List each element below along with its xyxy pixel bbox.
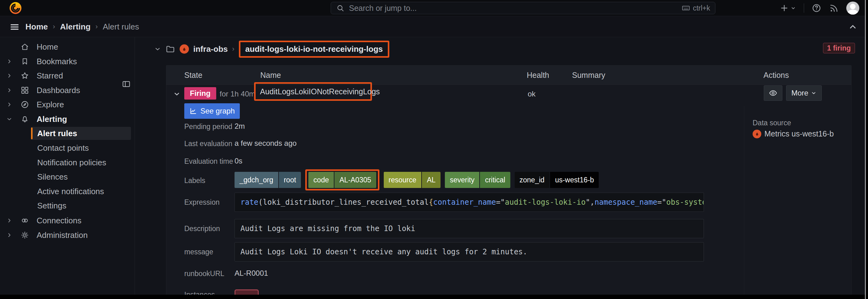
sidebar-item-label: Alerting (37, 114, 67, 124)
window-right-edge (865, 0, 866, 299)
user-avatar[interactable] (846, 2, 859, 14)
search-icon (336, 4, 345, 12)
sidebar-item-alerting[interactable]: Alerting (0, 112, 135, 126)
sidebar-item-dashboards[interactable]: Dashboards (0, 84, 135, 97)
prometheus-icon (753, 130, 761, 138)
sidebar-item-alert-rules[interactable]: Alert rules (0, 127, 135, 140)
main-content: infra-obs audit-logs-loki-io-not-receivi… (135, 37, 868, 299)
column-header-name: Name (260, 65, 281, 85)
sidebar-item-active-notifications[interactable]: Active notifications (0, 185, 135, 198)
breadcrumb-alert-rules: Alert rules (103, 22, 139, 32)
news-icon[interactable] (829, 3, 839, 13)
chevron-right-icon[interactable] (6, 87, 14, 93)
link-icon (21, 216, 30, 225)
sidebar-item-starred[interactable]: Starred (0, 69, 135, 82)
bookmark-icon (21, 57, 30, 66)
firing-duration: for 1h 40m (220, 90, 255, 98)
sidebar-item-label: Silences (37, 172, 68, 182)
datasource-title: Data source (753, 119, 791, 127)
sidebar-item-administration[interactable]: Administration (0, 229, 135, 242)
sidebar-item-home[interactable]: Home (0, 40, 135, 53)
shortcut-hint: ctrl+k (682, 4, 710, 12)
more-button[interactable]: More (786, 85, 822, 101)
window-bottom-edge (0, 295, 868, 299)
sidebar-item-label: Starred (37, 71, 63, 81)
sidebar-item-label: Contact points (37, 143, 89, 153)
row-expand-chevron-icon[interactable] (173, 90, 181, 98)
chevron-down-icon[interactable] (154, 45, 161, 53)
column-header-health: Health (527, 65, 549, 85)
star-icon (21, 71, 30, 80)
column-header-summary: Summary (572, 65, 605, 85)
breadcrumb-home[interactable]: Home (25, 22, 48, 32)
new-button[interactable] (780, 3, 796, 13)
label-badge-severity: severitycritical (445, 172, 510, 188)
chevron-up-icon[interactable] (848, 22, 858, 32)
annotation-box-code-label: codeAL-A0305 (305, 169, 379, 191)
pending-period-value: 2m (235, 122, 245, 131)
sidebar-item-label: Active notifications (37, 187, 104, 196)
breadcrumb-separator (53, 23, 55, 31)
chart-line-icon (189, 107, 197, 115)
sidebar-item-label: Bookmarks (37, 57, 77, 66)
see-graph-label: See graph (200, 107, 235, 115)
topbar-divider (804, 3, 804, 13)
breadcrumb-alerting[interactable]: Alerting (60, 22, 91, 32)
label-badge-resource: resourceAL (384, 172, 441, 188)
search-input[interactable] (348, 3, 678, 13)
runbook-value: AL-R0001 (235, 269, 268, 277)
sidebar-item-label: Administration (37, 230, 88, 240)
sidebar-item-silences[interactable]: Silences (0, 170, 135, 183)
description-title: Description (184, 225, 220, 233)
view-rule-button[interactable] (764, 85, 782, 101)
chevron-right-icon[interactable] (6, 232, 14, 238)
evaluation-time-label: Evaluation time (184, 157, 233, 166)
folder-icon (165, 44, 175, 54)
annotation-box-rule-name: audit-logs-loki-io-not-receiving-logs (239, 41, 389, 58)
window-right-gap (866, 0, 868, 299)
help-icon[interactable] (811, 3, 822, 13)
sidebar-item-bookmarks[interactable]: Bookmarks (0, 55, 135, 68)
annotation-box-alert-name: AuditLogsLokiIONotReceivingLogs (254, 82, 372, 101)
menu-icon[interactable] (9, 22, 20, 32)
topbar-actions (780, 0, 859, 16)
chevron-down-icon[interactable] (6, 116, 14, 122)
rule-breadcrumb: infra-obs audit-logs-loki-io-not-receivi… (154, 40, 389, 58)
datasource-name[interactable]: Metrics us-west16-b (765, 129, 834, 138)
chevron-down-icon (811, 90, 816, 96)
alert-rule-panel: State Name Health Summary Actions Firing… (166, 65, 851, 295)
column-header-state: State (184, 65, 202, 85)
folder-name[interactable]: infra-obs (193, 44, 228, 54)
grafana-logo-icon[interactable] (9, 1, 22, 15)
sidebar-item-connections[interactable]: Connections (0, 214, 135, 227)
chevron-right-icon[interactable] (6, 101, 14, 108)
firing-count-badge: 1 firing (823, 43, 855, 53)
sidebar-item-label: Home (37, 42, 58, 52)
more-button-label: More (792, 89, 808, 97)
breadcrumb: Home Alerting Alert rules (25, 16, 139, 37)
cog-icon (21, 231, 30, 239)
search-bar[interactable]: ctrl+k (331, 2, 715, 14)
grid-icon (21, 86, 30, 95)
health-value: ok (528, 90, 535, 98)
chevron-right-icon[interactable] (6, 218, 14, 224)
evaluation-time-value: 0s (235, 157, 242, 165)
top-bar: ctrl+k (0, 0, 868, 16)
see-graph-button[interactable]: See graph (184, 103, 240, 119)
sidebar-item-contact-points[interactable]: Contact points (0, 141, 135, 155)
eye-icon (769, 89, 777, 97)
sidebar-item-settings[interactable]: Settings (0, 199, 135, 212)
sidebar-item-notification-policies[interactable]: Notification policies (0, 156, 135, 169)
sidebar-item-label: Alert rules (37, 129, 77, 138)
rule-table-header: State Name Health Summary Actions (166, 65, 851, 85)
grafana-app: ctrl+k Home Alerting Alert rules (0, 0, 868, 299)
chevron-right-icon[interactable] (6, 58, 14, 65)
body: HomeBookmarksStarredDashboardsExploreAle… (0, 37, 868, 299)
chevron-right-icon[interactable] (6, 73, 14, 79)
last-evaluation-label: Last evaluation (184, 140, 232, 148)
sidebar-item-label: Connections (37, 216, 82, 226)
chevron-down-icon (790, 5, 796, 11)
sidebar-item-explore[interactable]: Explore (0, 98, 135, 111)
panel-divider (744, 106, 744, 295)
grafana-folder-icon (180, 44, 189, 54)
